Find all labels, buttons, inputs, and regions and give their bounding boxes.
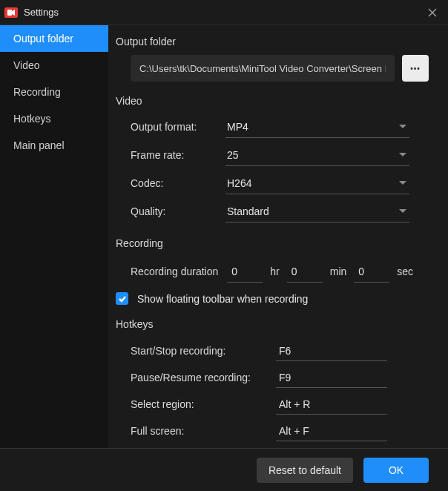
select-value: MP4 [225,121,399,133]
unit-sec: sec [397,266,413,277]
hotkey-region-input[interactable] [276,394,387,415]
sidebar-item-label: Main panel [13,139,65,151]
duration-min-input[interactable] [287,260,323,283]
sidebar-item-label: Recording [13,86,61,98]
svg-rect-0 [7,10,12,16]
output-format-select[interactable]: MP4 [225,116,409,138]
section-title: Video [116,95,429,107]
browse-button[interactable]: ••• [402,55,429,82]
close-icon [428,8,437,17]
recording-duration-label: Recording duration [131,266,218,277]
reset-button[interactable]: Reset to default [257,458,353,483]
sidebar-item-output-folder[interactable]: Output folder [0,25,108,52]
sidebar-item-video[interactable]: Video [0,52,108,79]
hotkey-start-input[interactable] [276,340,387,361]
show-toolbar-checkbox[interactable] [116,292,128,305]
select-value: H264 [225,177,399,189]
hotkey-region-label: Select region: [131,398,276,410]
titlebar: Settings [0,0,448,25]
quality-select[interactable]: Standard [225,200,409,223]
sidebar-item-label: Output folder [13,33,73,45]
hotkey-pause-label: Pause/Resume recording: [131,372,276,383]
ellipsis-icon: ••• [410,65,421,73]
output-format-label: Output format: [131,121,225,133]
window-title: Settings [24,7,421,18]
sidebar-item-label: Video [13,59,40,71]
section-title: Recording [116,237,429,249]
hotkey-start-label: Start/Stop recording: [131,345,276,357]
section-recording: Recording Recording duration hr min sec … [116,237,429,305]
section-hotkeys: Hotkeys Start/Stop recording: Pause/Resu… [116,318,429,444]
svg-marker-1 [12,10,15,16]
chevron-down-icon [399,181,406,185]
section-video: Video Output format: MP4 Frame rate: 25 [116,95,429,224]
sidebar-item-main-panel[interactable]: Main panel [0,132,108,159]
unit-min: min [330,266,347,277]
sidebar-item-label: Hotkeys [13,113,51,125]
chevron-down-icon [399,125,406,128]
sidebar-item-recording[interactable]: Recording [0,79,108,105]
app-icon [4,7,18,18]
unit-hr: hr [270,266,279,277]
close-button[interactable] [421,2,444,23]
select-value: Standard [225,205,399,217]
hotkey-full-input[interactable] [276,421,387,441]
sidebar: Output folder Video Recording Hotkeys Ma… [0,25,108,448]
duration-sec-input[interactable] [354,260,389,283]
section-title: Hotkeys [116,318,429,330]
hotkey-full-label: Full screen: [131,425,276,437]
codec-select[interactable]: H264 [225,172,409,194]
footer: Reset to default OK [0,448,448,491]
body: Output folder Video Recording Hotkeys Ma… [0,25,448,448]
codec-label: Codec: [131,177,225,189]
quality-label: Quality: [131,205,225,217]
show-toolbar-label: Show floating toolbar when recording [137,293,308,305]
ok-button[interactable]: OK [363,458,429,483]
select-value: 25 [225,149,399,161]
section-output-folder: Output folder ••• [116,36,429,82]
content-pane: Output folder ••• Video Output format: M… [108,25,448,448]
sidebar-item-hotkeys[interactable]: Hotkeys [0,105,108,132]
frame-rate-label: Frame rate: [131,149,225,161]
settings-window: Settings Output folder Video Recording H… [0,0,448,491]
output-folder-input[interactable] [131,55,395,82]
hotkey-pause-input[interactable] [276,367,387,388]
chevron-down-icon [399,153,406,156]
duration-hr-input[interactable] [227,260,263,283]
check-icon [118,294,127,303]
section-title: Output folder [116,36,429,47]
chevron-down-icon [399,209,406,213]
frame-rate-select[interactable]: 25 [225,144,409,166]
